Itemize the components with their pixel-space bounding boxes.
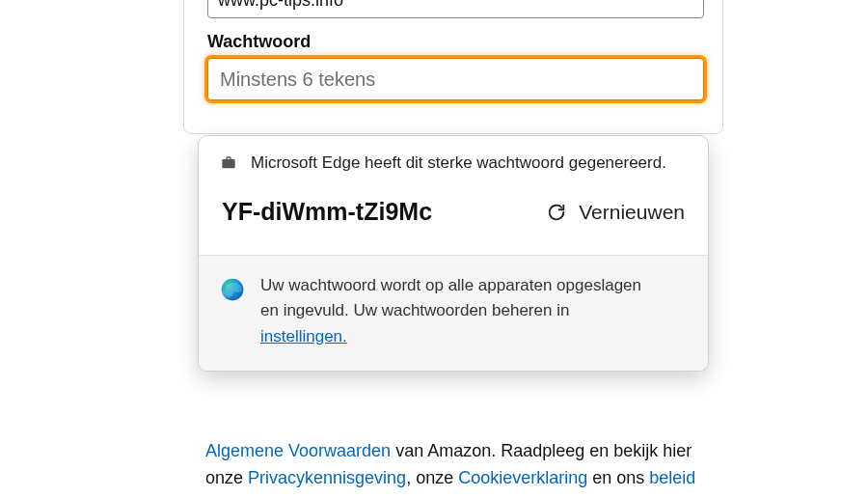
password-label: Wachtwoord xyxy=(207,32,699,52)
popup-body: YF-diWmm-tZi9Mc Vernieuwen xyxy=(199,182,708,255)
popup-footer: Uw wachtwoord wordt op alle apparaten op… xyxy=(199,255,708,371)
generated-password-text[interactable]: YF-diWmm-tZi9Mc xyxy=(222,198,432,226)
refresh-button[interactable]: Vernieuwen xyxy=(546,201,685,224)
refresh-icon xyxy=(546,202,567,223)
footer-text-before: Uw wachtwoord wordt op alle apparaten op… xyxy=(260,276,641,319)
terms-text-3: en ons xyxy=(587,468,649,487)
website-field-block xyxy=(207,0,699,18)
settings-link[interactable]: instellingen. xyxy=(260,327,347,346)
popup-header: Microsoft Edge heeft dit sterke wachtwoo… xyxy=(199,136,708,182)
terms-link-privacy[interactable]: Privacykennisgeving xyxy=(248,468,406,487)
password-generator-popup: Microsoft Edge heeft dit sterke wachtwoo… xyxy=(198,135,709,372)
password-field-block: Wachtwoord xyxy=(207,32,699,100)
signup-form-panel: Wachtwoord xyxy=(183,0,723,134)
terms-paragraph: Algemene Voorwaarden van Amazon. Raadple… xyxy=(205,438,707,498)
password-input[interactable] xyxy=(207,58,704,100)
refresh-label: Vernieuwen xyxy=(579,201,685,224)
edge-icon xyxy=(220,277,245,302)
website-input[interactable] xyxy=(207,0,704,18)
terms-link-general[interactable]: Algemene Voorwaarden xyxy=(205,441,391,460)
popup-header-text: Microsoft Edge heeft dit sterke wachtwoo… xyxy=(251,153,666,173)
popup-footer-text: Uw wachtwoord wordt op alle apparaten op… xyxy=(260,273,646,349)
terms-link-cookie[interactable]: Cookieverklaring xyxy=(458,468,587,487)
briefcase-icon xyxy=(220,155,237,171)
terms-text-2: , onze xyxy=(406,468,458,487)
